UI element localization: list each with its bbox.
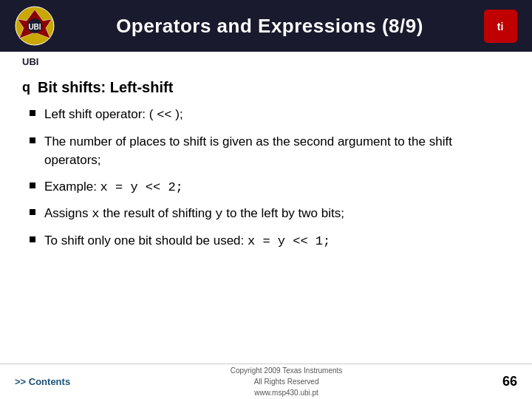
bullet-square-2 — [30, 137, 35, 143]
page-number: 66 — [502, 374, 517, 389]
list-item: The number of places to shift is given a… — [30, 132, 510, 170]
bullet-square-1 — [30, 110, 35, 116]
section-heading: Bit shifts: Left-shift — [38, 79, 173, 96]
main-content: q Bit shifts: Left-shift Left shift oper… — [0, 72, 532, 364]
ubi-label: UBI — [15, 55, 46, 70]
bullet-text-4: Assigns x the result of shifting y to th… — [44, 204, 344, 224]
code-example-3: x = y << 2; — [100, 180, 183, 194]
code-x-4: x — [92, 207, 99, 221]
section-title-row: q Bit shifts: Left-shift — [22, 79, 510, 96]
contents-link[interactable]: >> Contents — [15, 376, 70, 387]
copyright-line2: All Rights Reserved — [254, 378, 319, 386]
footer: >> Contents Copyright 2009 Texas Instrum… — [0, 364, 532, 399]
bullet-list: Left shift operator: ( << ); The number … — [22, 105, 510, 250]
ubi-row: UBI — [0, 52, 532, 72]
bullet-square-4 — [30, 209, 35, 215]
list-item: Left shift operator: ( << ); — [30, 105, 510, 125]
svg-text:ti: ti — [497, 21, 504, 33]
code-y-4: y — [215, 207, 222, 221]
slide-title: Operators and Expressions (8/9) — [55, 15, 484, 38]
header: UBI Operators and Expressions (8/9) ti — [0, 0, 532, 52]
bullet-text-5: To shift only one bit should be used: x … — [44, 231, 330, 251]
list-item: Assigns x the result of shifting y to th… — [30, 204, 510, 224]
slide: UBI Operators and Expressions (8/9) ti U… — [0, 0, 532, 399]
copyright-line3: www.msp430.ubi.pt — [254, 389, 318, 397]
q-symbol: q — [22, 80, 30, 95]
bullet-square-5 — [30, 236, 35, 242]
ubi-logo-left: UBI — [15, 6, 55, 47]
bullet-square-3 — [30, 183, 35, 188]
footer-copyright: Copyright 2009 Texas Instruments All Rig… — [70, 365, 502, 398]
code-example-5: x = y << 1; — [248, 234, 330, 248]
bullet-text-1: Left shift operator: ( << ); — [44, 105, 183, 125]
list-item: To shift only one bit should be used: x … — [30, 231, 510, 251]
copyright-line1: Copyright 2009 Texas Instruments — [231, 366, 343, 375]
code-operator-1: << — [157, 108, 171, 122]
bullet-text-2: The number of places to shift is given a… — [44, 132, 510, 170]
bullet-text-3: Example: x = y << 2; — [44, 177, 183, 197]
list-item: Example: x = y << 2; — [30, 177, 510, 197]
ti-logo-right: ti — [484, 10, 517, 43]
svg-text:UBI: UBI — [28, 23, 41, 31]
